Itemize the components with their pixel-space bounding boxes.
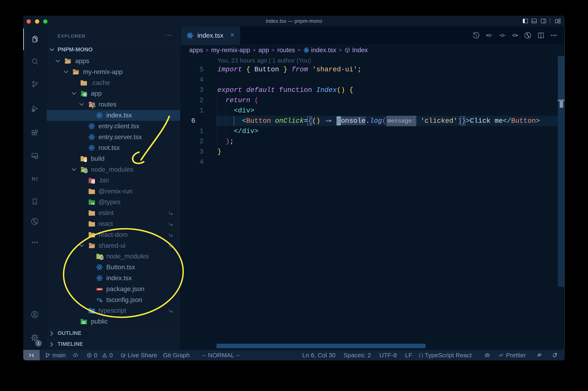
svg-text:js: js [85,170,87,172]
svg-text:TS: TS [97,298,101,302]
svg-text:TS: TS [91,311,94,314]
svg-text:01: 01 [92,180,94,182]
svg-text:10: 10 [92,182,94,184]
svg-text:TS: TS [91,202,94,205]
svg-text:js: js [100,257,102,259]
svg-text:npm: npm [97,288,101,290]
svg-text:N: N [32,176,35,182]
